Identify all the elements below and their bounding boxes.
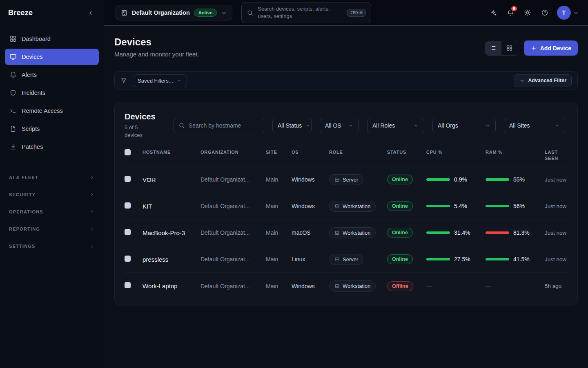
devices-table: HOSTNAMEORGANIZATIONSITEOSROLESTATUSCPU … <box>125 149 568 300</box>
view-toggle <box>485 41 518 56</box>
sun-icon <box>524 9 531 16</box>
cpu-cell: 31.4% <box>426 229 486 236</box>
org-selector[interactable]: Default Organization Active <box>116 5 232 20</box>
shield-icon <box>9 89 17 96</box>
os-cell: Windows <box>292 176 329 183</box>
notifications-button[interactable]: 6 <box>504 6 517 19</box>
sidebar-item-devices[interactable]: Devices <box>5 49 99 65</box>
row-checkbox[interactable] <box>125 176 131 182</box>
hostname-cell: KIT <box>143 203 200 210</box>
ram-usage-bar <box>486 231 509 234</box>
theme-toggle-button[interactable] <box>521 6 534 19</box>
user-menu[interactable]: T <box>557 6 579 20</box>
sidebar-item-label: Devices <box>22 54 43 60</box>
row-checkbox[interactable] <box>125 256 131 262</box>
building-icon <box>121 9 128 16</box>
sidebar-item-alerts[interactable]: Alerts <box>5 67 99 83</box>
bell-icon <box>9 71 17 79</box>
sidebar-collapse-button[interactable] <box>84 7 97 20</box>
row-checkbox[interactable] <box>125 229 131 235</box>
site-cell: Main <box>266 176 292 183</box>
filter-select-all-sites[interactable]: All Sites <box>504 118 565 133</box>
sidebar-section-reporting[interactable]: REPORTING <box>5 220 99 238</box>
sidebar-item-label: Patches <box>22 144 43 150</box>
sidebar-section-label: REPORTING <box>9 227 40 231</box>
notification-count-badge: 6 <box>510 5 518 12</box>
filter-select-all-roles[interactable]: All Roles <box>367 118 424 133</box>
cpu-cell: 5.4% <box>426 203 486 209</box>
organization-cell: Default Organizat... <box>200 203 266 209</box>
global-search[interactable]: Search devices, scripts, alerts, users, … <box>241 2 371 23</box>
filter-select-all-orgs[interactable]: All Orgs <box>432 118 496 133</box>
chevron-left-icon <box>87 9 94 17</box>
search-icon <box>178 122 185 129</box>
filter-select-all-status[interactable]: All Status <box>272 118 312 133</box>
site-cell: Main <box>266 203 292 209</box>
chevron-down-icon <box>554 123 560 128</box>
sidebar-item-label: Incidents <box>22 90 45 96</box>
sidebar-item-dashboard[interactable]: Dashboard <box>5 31 99 47</box>
hostname-cell: VOR <box>143 176 200 183</box>
row-checkbox[interactable] <box>125 202 131 209</box>
table-row-vor[interactable]: VOR Default Organizat... Main Windows Se… <box>125 166 568 193</box>
advanced-filter-button[interactable]: Advanced Filter <box>514 74 572 87</box>
last-seen-cell: Just now <box>545 229 568 237</box>
saved-filters-select[interactable]: Saved Filters... <box>133 74 187 87</box>
hostname-search-input[interactable] <box>174 118 264 133</box>
select-all-checkbox[interactable] <box>125 149 131 155</box>
row-checkbox[interactable] <box>125 282 131 288</box>
help-icon <box>541 9 548 16</box>
laptop-icon <box>334 283 340 289</box>
table-row-kit[interactable]: KIT Default Organizat... Main Windows Wo… <box>125 193 568 220</box>
sidebar-item-scripts[interactable]: Scripts <box>5 121 99 137</box>
hostname-cell: pressless <box>143 256 200 263</box>
chevron-down-icon <box>485 123 490 128</box>
sidebar-section-settings[interactable]: SETTINGS <box>5 238 99 255</box>
add-device-button[interactable]: Add Device <box>524 40 578 56</box>
funnel-icon <box>120 77 127 84</box>
column-header-ram: RAM % <box>486 149 545 155</box>
ai-assistant-button[interactable] <box>487 6 500 19</box>
download-icon <box>9 143 17 150</box>
devices-icon <box>9 53 17 61</box>
organization-cell: Default Organizat... <box>200 176 266 183</box>
organization-cell: Default Organizat... <box>200 283 266 289</box>
chevron-right-icon <box>89 192 95 197</box>
last-seen-cell: Just now <box>545 176 568 184</box>
avatar: T <box>557 6 571 20</box>
ram-cell: 81.3% <box>486 229 545 236</box>
grid-view-button[interactable] <box>501 41 518 55</box>
filter-select-all-os[interactable]: All OS <box>320 118 359 133</box>
role-badge: Workstation <box>329 280 376 292</box>
table-row-macbook-pro-3[interactable]: MacBook-Pro-3 Default Organizat... Main … <box>125 220 568 246</box>
page-subtitle: Manage and monitor your fleet. <box>114 51 199 58</box>
cpu-usage-bar <box>426 178 450 181</box>
cpu-usage-bar <box>426 258 450 260</box>
status-badge: Online <box>387 175 413 184</box>
topbar: Default Organization Active Search devic… <box>104 0 588 26</box>
table-row-pressless[interactable]: pressless Default Organizat... Main Linu… <box>125 246 568 273</box>
sidebar-section-operations[interactable]: OPERATIONS <box>5 203 99 220</box>
chevron-down-icon <box>519 78 525 84</box>
app-root: Breeze DashboardDevicesAlertsIncidentsRe… <box>0 0 588 368</box>
sidebar-item-incidents[interactable]: Incidents <box>5 85 99 101</box>
help-button[interactable] <box>538 6 551 19</box>
list-view-button[interactable] <box>485 41 501 55</box>
table-row-work-laptop[interactable]: Work-Laptop Default Organizat... Main Wi… <box>125 273 568 299</box>
sparkle-icon <box>490 9 497 16</box>
table-header-row: HOSTNAMEORGANIZATIONSITEOSROLESTATUSCPU … <box>125 149 568 167</box>
cpu-cell: — <box>426 283 486 289</box>
column-header-role: ROLE <box>329 149 387 155</box>
chevron-down-icon <box>305 123 311 128</box>
cpu-usage-bar <box>426 205 450 207</box>
server-icon <box>334 257 340 262</box>
search-shortcut-hint: CMD+K <box>347 9 366 17</box>
chevron-right-icon <box>89 226 95 232</box>
sidebar-item-remote-access[interactable]: Remote Access <box>5 103 99 119</box>
panel-header: Devices 5 of 5 devices All StatusAll OSA… <box>125 112 568 139</box>
sidebar-section-security[interactable]: SECURITY <box>5 186 99 203</box>
sidebar-section-ai-fleet[interactable]: AI & FLEET <box>5 169 99 186</box>
sidebar-item-label: Alerts <box>22 72 37 78</box>
sidebar-item-patches[interactable]: Patches <box>5 139 99 155</box>
status-badge: Online <box>387 254 413 264</box>
